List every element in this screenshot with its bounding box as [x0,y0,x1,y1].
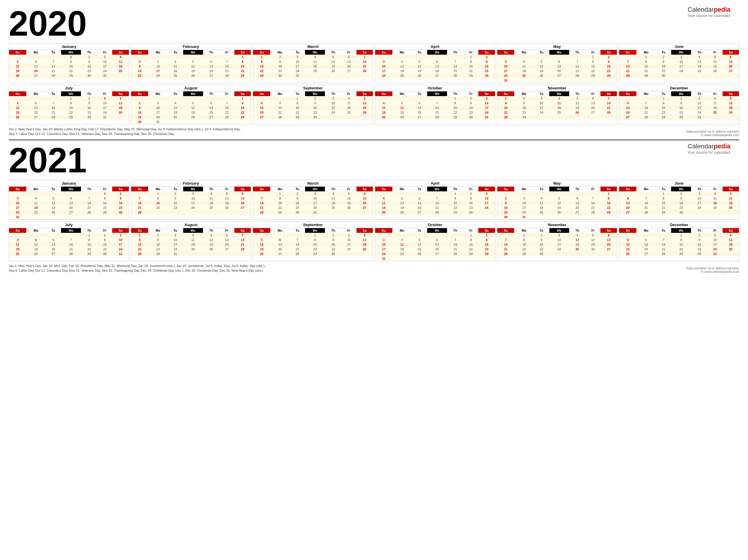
month-sep-2021-header: September [253,222,373,228]
month-feb-2020: February SuMoTuWeThFrSa 1 2345678 910111… [131,43,251,83]
footnote-2020-line1: Jan 1: New Year's Day, Jan 20: Martin Lu… [9,127,240,131]
brand-tagline-2021: Your source for calendars [687,150,730,155]
month-jan-2020: January SuMoTuWeThFrSa 1234 567891011 12… [9,43,129,83]
calendars-2021-row-2: July SuMoTuWeThFrSa 123 45678910 1112131… [9,221,739,261]
footnotes-2021: Jan 1: New Year's Day, Jan 18: MLK Day, … [9,263,739,274]
month-feb-2021: February SuMoTuWeThFrSa 123456 789101112… [131,180,251,220]
month-jul-2021-header: July [9,222,129,228]
month-apr-2021-header: April [375,180,495,187]
month-dec-2020: December SuMoTuWeThFrSa 12345 6789101112… [619,85,739,124]
month-jun-2020-header: June [619,44,739,50]
brand-logo-2021: Calendarpedia Your source for calendars [687,143,730,155]
month-oct-2020: October SuMoTuWeThFrSa 123 45678910 1112… [375,85,495,124]
month-nov-2021: November SuMoTuWeThFrSa 123456 789101112… [497,221,617,261]
month-sep-2021: September SuMoTuWeThFrSa 1234 567891011 … [253,221,373,261]
divider [9,140,739,140]
month-jul-2021: July SuMoTuWeThFrSa 123 45678910 1112131… [9,221,129,261]
month-jan-2021-header: January [9,180,129,187]
footnote-2021-line1: Jan 1: New Year's Day, Jan 18: MLK Day, … [9,264,265,267]
year-2020-section: 2020 January SuMoTuWeThFrSa 1234 5678910… [9,6,739,137]
month-aug-2020-header: August [131,85,251,91]
brand-logo: Calendarpedia Your source for calendars [687,6,730,18]
website-2020: © www.calendarpedia.com [686,133,739,137]
month-jul-2020: July SuMoTuWeThFrSa 1234 567891011 12131… [9,85,129,124]
month-mar-2020: March SuMoTuWeThFrSa 1234567 89101112131… [253,43,373,83]
month-may-2021-header: May [497,180,617,187]
month-sep-2020: September SuMoTuWeThFrSa 12345 678910111… [253,85,373,124]
footnote-2020-line2: Sep 7: Labor Day, Oct 12: Columbus Day, … [9,132,240,136]
month-dec-2020-header: December [619,85,739,91]
brand-name: Calendarpedia [687,6,730,14]
month-mar-2021: March SuMoTuWeThFrSa 123456 78910111213 … [253,180,373,220]
month-jun-2021-header: June [619,180,739,187]
month-apr-2021: April SuMoTuWeThFrSa 123 45678910 111213… [375,180,495,220]
month-apr-2020-header: April [375,44,495,50]
month-dec-2021-header: December [619,222,739,228]
calendars-2021-row-1: January SuMoTuWeThFrSa 12 3456789 101112… [9,180,739,220]
month-may-2021: May SuMoTuWeThFrSa 1 2345678 91011121314… [497,180,617,220]
month-aug-2021-header: August [131,222,251,228]
month-jan-2020-header: January [9,44,129,50]
month-feb-2020-header: February [131,44,251,50]
disclaimer-2020: Data provided 'as is' without warranty [686,130,739,133]
brand-tagline: Your source for calendars [687,14,730,18]
calendars-row-2: July SuMoTuWeThFrSa 1234 567891011 12131… [9,85,739,124]
month-oct-2020-header: October [375,85,495,91]
month-nov-2021-header: November [497,222,617,228]
month-may-2020-header: May [497,44,617,50]
month-apr-2020: April SuMoTuWeThFrSa 12 3456789 10111213… [375,43,495,83]
year-2021-section: Calendarpedia Your source for calendars … [9,143,739,274]
brand-name-2021: Calendarpedia [687,143,730,150]
month-oct-2021: October SuMoTuWeThFrSa 12 3456789 101112… [375,221,495,261]
month-mar-2020-header: March [253,44,373,50]
month-jun-2021: June SuMoTuWeThFrSa 12345 6789101112 131… [619,180,739,220]
footnote-2021-line2: Sep 6: Labor Day, Oct 11: Columbus Day, … [9,269,265,272]
month-oct-2021-header: October [375,222,495,228]
month-feb-2021-header: February [131,180,251,187]
month-aug-2021: August SuMoTuWeThFrSa 1234567 8910111213… [131,221,251,261]
disclaimer-2021: Data provided 'as is' without warranty [686,266,739,270]
month-nov-2020: November SuMoTuWeThFrSa 1234567 89101112… [497,85,617,124]
month-aug-2020: August SuMoTuWeThFrSa 1 2345678 91011121… [131,85,251,124]
year-2020-title: 2020 [9,6,739,41]
website-2021: © www.calendarpedia.com [686,270,739,274]
year-2021-title: 2021 [9,143,739,178]
month-sep-2020-header: September [253,85,373,91]
month-nov-2020-header: November [497,85,617,91]
month-jul-2020-header: July [9,85,129,91]
footnotes-2020: Jan 1: New Year's Day, Jan 20: Martin Lu… [9,126,739,137]
month-jan-2021: January SuMoTuWeThFrSa 12 3456789 101112… [9,180,129,220]
month-jun-2020: June SuMoTuWeThFrSa 123456 78910111213 1… [619,43,739,83]
month-dec-2021: December SuMoTuWeThFrSa 1234 567891011 1… [619,221,739,261]
calendars-row-1: January SuMoTuWeThFrSa 1234 567891011 12… [9,43,739,83]
month-mar-2021-header: March [253,180,373,187]
month-may-2020: May SuMoTuWeThFrSa 12 3456789 1011121314… [497,43,617,83]
